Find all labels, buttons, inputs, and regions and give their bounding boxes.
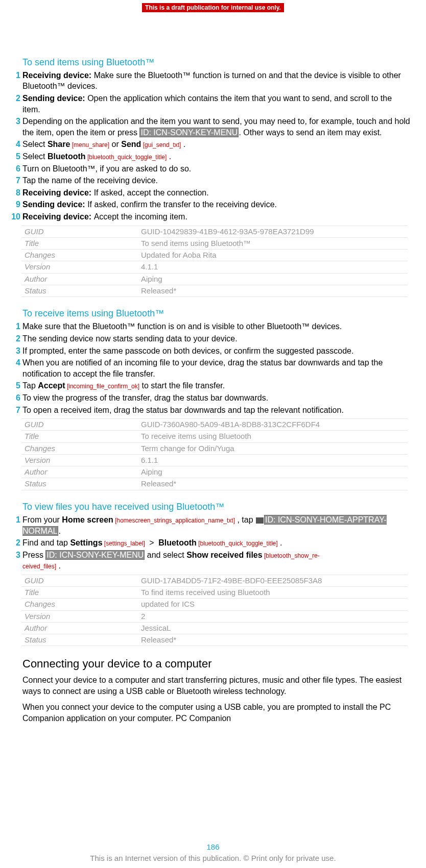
step-text: or (109, 140, 121, 148)
step-text: Make sure that the Bluetooth™ function i… (22, 322, 342, 331)
meta-value: Term change for Odin/Yuga (138, 442, 408, 454)
meta-row: GUIDGUID-10429839-41B9-4612-93A5-978EA37… (21, 226, 408, 237)
step-text: To open a received item, drag the status… (22, 406, 344, 414)
step-text: If prompted, enter the same passcode on … (22, 346, 353, 355)
meta-key: Title (21, 587, 138, 599)
meta-key: GUID (21, 575, 138, 586)
steps-receive: Make sure that the Bluetooth™ function i… (14, 321, 412, 415)
meta-row: StatusReleased* (21, 285, 408, 296)
meta-table-send: GUIDGUID-10429839-41B9-4612-93A5-978EA37… (21, 226, 408, 297)
page-number: 186 (0, 842, 426, 852)
step-receive-6: To view the progress of the transfer, dr… (14, 392, 412, 404)
ref: [menu_share] (70, 141, 109, 148)
meta-key: Author (21, 273, 138, 285)
step-text: The sending device now starts sending da… (22, 334, 238, 343)
section-heading-connect: Connecting your device to a computer (22, 656, 412, 672)
meta-row: Version6.1.1 (21, 454, 408, 466)
meta-key: Title (21, 237, 138, 249)
meta-row: GUIDGUID-7360A980-5A09-4B1A-8DB8-313C2CF… (21, 419, 408, 431)
step-view-1: From your Home screen [homescreen_string… (14, 514, 412, 536)
step-receive-1: Make sure that the Bluetooth™ function i… (14, 321, 412, 332)
meta-row: Changesupdated for ICS (21, 599, 408, 610)
step-prefix: Receiving device: (22, 212, 94, 221)
meta-row: ChangesUpdated for Aoba Rita (21, 250, 408, 261)
ref: [bluetooth_quick_toggle_title] (86, 154, 167, 161)
step-receive-5: Tap Accept [incoming_file_confirm_ok] to… (14, 380, 412, 391)
meta-row: AuthorJessicaL (21, 622, 408, 634)
step-text: . (167, 152, 171, 161)
meta-value: GUID-17AB4DD5-71F2-49BE-BDF0-EEE25085F3A… (138, 575, 408, 586)
step-view-3: Press ID: ICN-SONY-KEY-MENU and select S… (14, 550, 412, 572)
key-highlight: ID: ICN-SONY-KEY-MENU (139, 128, 239, 137)
meta-value: Aiping (138, 466, 408, 478)
meta-table-view: GUIDGUID-17AB4DD5-71F2-49BE-BDF0-EEE2508… (21, 575, 408, 647)
step-receive-3: If prompted, enter the same passcode on … (14, 345, 412, 357)
label-settings: Settings (70, 538, 102, 547)
step-text: If asked, accept the connection. (94, 188, 209, 197)
meta-value: Updated for Aoba Rita (138, 250, 408, 261)
meta-row: TitleTo receive items using Bluetooth (21, 431, 408, 442)
meta-value: 4.1.1 (138, 261, 408, 273)
step-send-2: Sending device: Open the application whi… (14, 93, 412, 115)
key-highlight: ID: ICN-SONY-KEY-MENU (45, 550, 145, 560)
meta-value: Released* (138, 478, 408, 490)
step-send-7: Tap the name of the receiving device. (14, 175, 412, 186)
step-text: Turn on Bluetooth™, if you are asked to … (22, 164, 191, 173)
meta-row: Version4.1.1 (21, 261, 408, 273)
meta-row: ChangesTerm change for Odin/Yuga (21, 442, 408, 454)
step-text: Find and tap (22, 538, 70, 547)
step-text: . (58, 527, 60, 535)
step-send-3: Depending on the application and the ite… (14, 116, 412, 138)
meta-key: Changes (21, 442, 138, 454)
meta-value: GUID-7360A980-5A09-4B1A-8DB8-313C2CFF6DF… (138, 419, 408, 431)
step-text: . (278, 538, 282, 547)
meta-value: JessicaL (138, 622, 408, 634)
footer-text: This is an Internet version of this publ… (0, 853, 426, 863)
label-show-received: Show received files (186, 551, 263, 559)
step-text: . Other ways to send an item may exist. (239, 128, 382, 137)
step-prefix: Receiving device: (22, 188, 94, 197)
ref: [bluetooth_quick_toggle_title] (197, 540, 278, 547)
step-text: From your (22, 515, 62, 524)
meta-value: Released* (138, 634, 408, 646)
body-paragraph: When you connect your device to the comp… (22, 702, 412, 724)
meta-value: GUID-10429839-41B9-4612-93A5-978EA3721D9… (138, 226, 408, 237)
section-heading-receive: To receive items using Bluetooth™ (22, 307, 412, 319)
meta-key: Title (21, 431, 138, 442)
meta-value: Aiping (138, 273, 408, 285)
meta-key: Version (21, 261, 138, 273)
step-receive-4: When you are notified of an incoming fil… (14, 357, 412, 379)
step-text: When you are notified of an incoming fil… (22, 358, 383, 378)
meta-key: GUID (21, 419, 138, 431)
draft-banner: This is a draft publication for internal… (14, 2, 412, 13)
step-text: . (56, 561, 61, 570)
document-page: This is a draft publication for internal… (0, 2, 426, 868)
steps-send: Receiving device: Make sure the Bluetoot… (14, 70, 412, 222)
label-accept: Accept (38, 381, 65, 390)
step-text: Press (22, 551, 45, 559)
ref: [incoming_file_confirm_ok] (65, 383, 139, 390)
meta-value: 2 (138, 610, 408, 622)
meta-key: Changes (21, 250, 138, 261)
meta-value: To find items received using Bluetooth (138, 587, 408, 599)
ref: [gui_send_txt] (141, 141, 181, 148)
meta-key: Status (21, 478, 138, 490)
step-text: Select (22, 140, 48, 148)
step-send-10: Receiving device: Accept the incoming it… (14, 211, 412, 222)
label-send: Send (121, 140, 141, 148)
gt-separator: > (147, 538, 156, 547)
label-bluetooth: Bluetooth (48, 152, 86, 161)
meta-value: To receive items using Bluetooth (138, 431, 408, 442)
meta-key: Status (21, 634, 138, 646)
step-send-5: Select Bluetooth [bluetooth_quick_toggle… (14, 151, 412, 162)
meta-key: Status (21, 285, 138, 296)
step-text: Tap the name of the receiving device. (22, 176, 158, 185)
meta-row: TitleTo send items using Bluetooth™ (21, 237, 408, 249)
step-view-2: Find and tap Settings [settings_label] >… (14, 537, 412, 549)
step-text: Accept the incoming item. (94, 212, 187, 221)
ref: [settings_label] (103, 540, 145, 547)
meta-key: Author (21, 466, 138, 478)
meta-key: Version (21, 610, 138, 622)
step-text: Tap (22, 381, 38, 390)
ref: [homescreen_strings_application_name_txt… (113, 517, 235, 524)
